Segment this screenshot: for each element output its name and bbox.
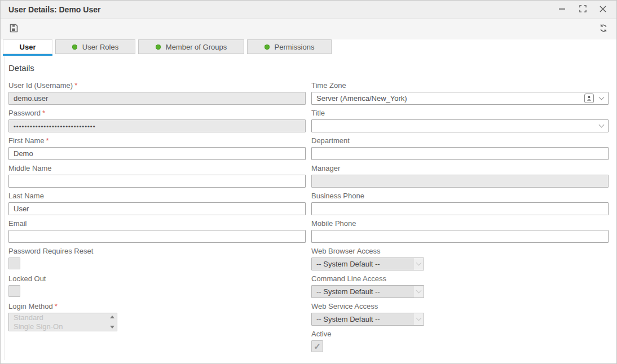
email-input[interactable]: [8, 230, 306, 243]
login-method-option: Standard: [14, 313, 108, 322]
web-service-access-label: Web Service Access: [311, 302, 378, 310]
web-browser-access-value: -- System Default --: [312, 258, 414, 270]
chevron-down-icon: [416, 316, 422, 321]
field-web-service-access: Web Service Access -- System Default --: [311, 302, 609, 330]
password-input: [8, 119, 306, 132]
chevron-down-icon: [599, 122, 605, 128]
form-right-column: Time Zone Server (America/New_York): [311, 81, 609, 357]
tab-user[interactable]: User: [3, 39, 52, 54]
login-method-listbox: Standard Single Sign-On: [8, 313, 117, 331]
details-form: User Id (Username)* Password* First Name…: [8, 81, 609, 357]
tab-strip: User User Roles Member of Groups Permiss…: [1, 39, 616, 56]
first-name-label: First Name: [8, 136, 45, 145]
refresh-icon: [599, 24, 608, 35]
login-method-option: Single Sign-On: [14, 322, 108, 331]
user-id-input: [8, 92, 306, 105]
save-button[interactable]: [8, 24, 19, 34]
department-label: Department: [311, 136, 350, 145]
field-title: Title: [311, 109, 609, 136]
login-method-label: Login Method: [8, 302, 53, 310]
business-phone-label: Business Phone: [311, 192, 364, 200]
password-requires-reset-checkbox[interactable]: [8, 258, 20, 269]
close-icon: [600, 5, 606, 15]
required-asterisk: *: [74, 81, 77, 90]
title-bar: User Details: Demo User: [1, 1, 616, 19]
field-locked-out: Locked Out: [8, 274, 306, 302]
field-user-id: User Id (Username)*: [8, 81, 306, 109]
user-details-window: User Details: Demo User: [0, 0, 617, 364]
timezone-picker-icon: [584, 94, 594, 103]
field-department: Department: [311, 136, 609, 164]
tab-permissions[interactable]: Permissions: [247, 39, 332, 54]
scroll-down-icon: [110, 326, 114, 329]
time-zone-combobox[interactable]: Server (America/New_York): [311, 92, 609, 105]
chevron-down-icon: [599, 95, 605, 100]
locked-out-label: Locked Out: [8, 274, 46, 283]
form-left-column: User Id (Username)* Password* First Name…: [8, 81, 306, 357]
window-title: User Details: Demo User: [8, 5, 558, 14]
field-active: Active ✓: [311, 330, 609, 357]
web-browser-access-select: -- System Default --: [311, 258, 424, 270]
middle-name-input[interactable]: [8, 175, 306, 188]
maximize-button[interactable]: [578, 5, 587, 14]
status-dot-icon: [265, 45, 270, 50]
user-id-label: User Id (Username): [8, 81, 73, 90]
field-manager: Manager: [311, 164, 609, 192]
last-name-label: Last Name: [8, 192, 44, 200]
field-password: Password*: [8, 109, 306, 136]
tab-member-of-groups[interactable]: Member of Groups: [138, 39, 244, 54]
title-combobox[interactable]: [311, 119, 609, 132]
tab-label: Member of Groups: [166, 43, 227, 51]
tab-label: User: [20, 43, 36, 51]
field-last-name: Last Name: [8, 192, 306, 219]
last-name-input[interactable]: [8, 202, 306, 215]
field-mobile-phone: Mobile Phone: [311, 219, 609, 247]
field-command-line-access: Command Line Access -- System Default --: [311, 274, 609, 302]
mobile-phone-input[interactable]: [311, 230, 609, 243]
required-asterisk: *: [42, 109, 45, 117]
password-label: Password: [8, 109, 41, 117]
tab-label: Permissions: [275, 43, 315, 51]
middle-name-label: Middle Name: [8, 164, 52, 172]
active-checkbox: ✓: [311, 340, 323, 352]
chevron-down-icon: [416, 288, 422, 294]
time-zone-value: Server (America/New_York): [316, 94, 584, 103]
status-dot-icon: [156, 45, 161, 50]
locked-out-checkbox[interactable]: [8, 285, 20, 297]
department-input[interactable]: [311, 147, 609, 160]
tab-content-user: Details User Id (Username)* Password*: [1, 56, 616, 363]
manager-label: Manager: [311, 164, 340, 172]
field-password-requires-reset: Password Requires Reset: [8, 247, 306, 274]
email-label: Email: [8, 219, 27, 228]
scroll-up-icon: [110, 316, 114, 318]
toolbar: [1, 19, 616, 39]
section-title: Details: [8, 63, 609, 73]
field-web-browser-access: Web Browser Access -- System Default --: [311, 247, 609, 274]
refresh-button[interactable]: [598, 24, 609, 34]
field-email: Email: [8, 219, 306, 247]
first-name-input[interactable]: [8, 147, 306, 160]
field-middle-name: Middle Name: [8, 164, 306, 192]
tab-label: User Roles: [82, 43, 118, 51]
time-zone-label: Time Zone: [311, 81, 346, 90]
active-label: Active: [311, 330, 331, 338]
mobile-phone-label: Mobile Phone: [311, 219, 356, 228]
maximize-icon: [579, 5, 587, 15]
command-line-access-value: -- System Default --: [312, 286, 414, 298]
check-icon: ✓: [314, 342, 321, 350]
field-time-zone: Time Zone Server (America/New_York): [311, 81, 609, 109]
web-service-access-value: -- System Default --: [312, 313, 414, 325]
field-first-name: First Name*: [8, 136, 306, 164]
password-requires-reset-label: Password Requires Reset: [8, 247, 93, 255]
web-browser-access-label: Web Browser Access: [311, 247, 381, 255]
close-button[interactable]: [598, 5, 607, 14]
status-dot-icon: [72, 45, 77, 50]
web-service-access-select: -- System Default --: [311, 313, 424, 326]
minimize-button[interactable]: [558, 5, 567, 14]
required-asterisk: *: [46, 136, 49, 145]
chevron-down-icon: [416, 260, 422, 266]
minimize-icon: [559, 5, 566, 15]
tab-user-roles[interactable]: User Roles: [55, 39, 135, 54]
window-controls: [558, 5, 610, 14]
business-phone-input[interactable]: [311, 202, 609, 215]
